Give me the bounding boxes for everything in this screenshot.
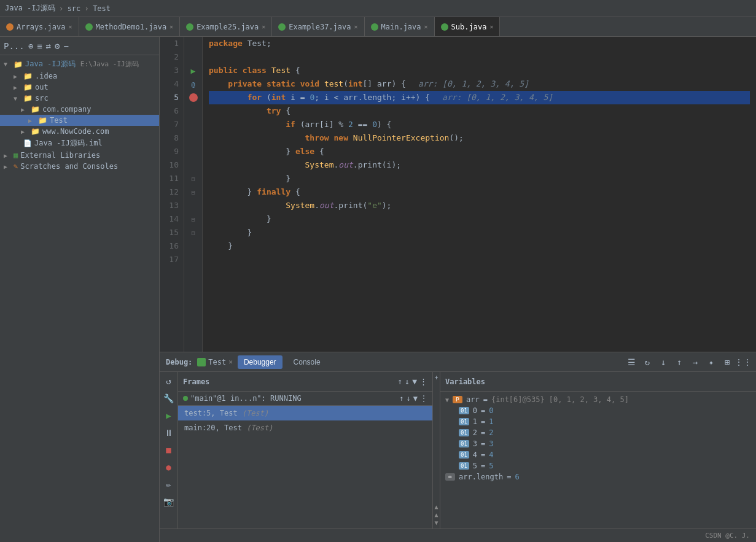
var3-name: 3 — [473, 439, 477, 448]
tab-icon-example25 — [186, 23, 193, 31]
hamburger-icon[interactable]: ☰ — [625, 355, 638, 369]
line-numbers: 1 2 3 4 5 6 7 8 9 10 11 12 13 14 15 16 1 — [160, 37, 184, 352]
fold-11: ⊟ — [191, 176, 195, 182]
tab-bar: Arrays.java ✕ MethodDemo1.java ✕ Example… — [0, 17, 756, 37]
var5-value: 5 — [489, 462, 493, 470]
frame-down-icon[interactable]: ↓ — [405, 377, 410, 386]
folder-icon-out: 📁 — [23, 83, 33, 91]
resume-icon[interactable]: ▶ — [162, 409, 176, 422]
tab-example25[interactable]: Example25.java ✕ — [180, 17, 272, 36]
var2-type-badge: 01 — [459, 429, 469, 436]
step-out-icon[interactable]: ↑ — [672, 355, 686, 369]
tab-example37[interactable]: Example37.java ✕ — [272, 17, 364, 36]
console-tab-btn[interactable]: Console — [287, 355, 327, 369]
gutter-line-6 — [184, 104, 202, 118]
tab-sub[interactable]: Sub.java ✕ — [435, 17, 501, 36]
settings-icon[interactable]: ⚙ — [55, 41, 60, 51]
add-watch-btn[interactable]: + — [434, 374, 438, 381]
run-to-cursor-icon[interactable]: → — [688, 355, 702, 369]
sidebar-item-com-company[interactable]: ▶ 📁 com.company — [0, 104, 159, 115]
tab-close-sub[interactable]: ✕ — [489, 23, 493, 30]
frame-up-icon[interactable]: ↑ — [398, 377, 403, 386]
debug-hint-4: arr: [0, 1, 2, 3, 4, 5] — [418, 77, 529, 91]
tab-arrays-java[interactable]: Arrays.java ✕ — [0, 17, 79, 36]
frame-item-1[interactable]: main:20, Test (Test) — [178, 420, 432, 435]
sidebar-item-iml[interactable]: 📄 Java -IJ源码.iml — [0, 137, 159, 150]
wrench-icon[interactable]: 🔧 — [162, 392, 176, 405]
sidebar-item-ext-libs[interactable]: ▶ ▦ External Libraries — [0, 150, 159, 161]
main-layout: P... ⊕ ≡ ⇄ ⚙ − ▼ 📁 Java -IJ源码 E:\Java -I… — [0, 37, 756, 542]
sidebar-item-src[interactable]: ▼ 📁 src — [0, 93, 159, 104]
code-line-5: for (int i = 0; i < arr.length; i++) {ar… — [209, 91, 750, 104]
edit-icon[interactable]: ✏ — [162, 478, 176, 491]
frames-title: Frames — [183, 377, 209, 386]
sidebar-item-idea[interactable]: ▶ 📁 .idea — [0, 71, 159, 82]
tab-methoddemo1[interactable]: MethodDemo1.java ✕ — [79, 17, 181, 36]
thread-label: "main"@1 in...n": RUNNING — [190, 394, 302, 403]
step-over-icon[interactable]: ↻ — [641, 355, 654, 369]
frame-label-0: test:5, Test (Test) — [184, 409, 268, 417]
screenshot-icon[interactable]: 📷 — [162, 495, 176, 508]
more-icon[interactable]: ⋮⋮ — [736, 355, 750, 369]
step-into-icon[interactable]: ↓ — [657, 355, 670, 369]
var3-type-badge: 01 — [459, 440, 469, 447]
tab-close-main[interactable]: ✕ — [424, 23, 428, 30]
thread-filter-icon[interactable]: ▼ — [413, 394, 418, 403]
sidebar: P... ⊕ ≡ ⇄ ⚙ − ▼ 📁 Java -IJ源码 E:\Java -I… — [0, 37, 160, 542]
tab-close-example37[interactable]: ✕ — [354, 23, 357, 30]
breakpoint-5[interactable] — [189, 93, 198, 102]
debugger-tab-btn[interactable]: Debugger — [238, 355, 283, 369]
tab-main[interactable]: Main.java ✕ — [365, 17, 435, 36]
frames-toolbar: Frames ↑ ↓ ▼ ⋮ — [178, 372, 432, 392]
scroll-mid-btn[interactable]: ▲ — [434, 511, 438, 518]
folder-icon-project: 📁 — [14, 60, 23, 69]
collapse-icon[interactable]: ⇄ — [46, 41, 51, 51]
thread-up-icon[interactable]: ↑ — [399, 394, 403, 403]
variables-list: ▼ P arr = {int[6]@535} [0, 1, 2, 3, 4, 5… — [440, 392, 756, 528]
tab-close-example25[interactable]: ✕ — [262, 23, 265, 30]
sidebar-item-test[interactable]: ▶ 📁 Test — [0, 115, 159, 126]
sidebar-item-nowcode[interactable]: ▶ 📁 www.NowCode.com — [0, 126, 159, 137]
pause-icon[interactable]: ⏸ — [162, 426, 176, 439]
gutter-line-5[interactable] — [184, 91, 202, 104]
stop-icon[interactable]: ■ — [162, 443, 176, 457]
minimize-icon[interactable]: − — [63, 41, 68, 51]
label-ext-libs: External Libraries — [20, 151, 100, 160]
tab-icon-sub — [441, 23, 448, 31]
debug-tab-close[interactable]: ✕ — [228, 358, 233, 366]
frame-item-0[interactable]: test:5, Test (Test) — [178, 406, 432, 420]
var0-eq: = — [481, 406, 485, 415]
variables-panel: Variables ▼ P arr = {int[6]@535} [0, 1, … — [440, 372, 756, 528]
evaluate-icon[interactable]: ✦ — [704, 355, 718, 369]
thread-options-icon[interactable]: ⋮ — [420, 394, 427, 403]
arr-expand-icon[interactable]: ▼ — [445, 397, 449, 403]
sidebar-item-scratches[interactable]: ▶ ✎ Scratches and Consoles — [0, 161, 159, 172]
scroll-up-btn[interactable]: ▲ — [434, 503, 438, 510]
project-path: E:\Java -IJ源码 — [80, 60, 139, 69]
debug-title: Debug: — [166, 358, 192, 366]
scroll-down-btn[interactable]: ▼ — [434, 519, 438, 526]
run-indicator — [183, 396, 188, 401]
tab-icon-methoddemo1 — [85, 23, 93, 31]
editor-content[interactable]: 1 2 3 4 5 6 7 8 9 10 11 12 13 14 15 16 1 — [160, 37, 756, 352]
sidebar-item-out[interactable]: ▶ 📁 out — [0, 82, 159, 93]
code-line-10: System.out.print(i); — [209, 158, 750, 172]
thread-down-icon[interactable]: ↓ — [407, 394, 411, 403]
sync-icon[interactable]: ≡ — [37, 41, 42, 51]
tab-close-arrays[interactable]: ✕ — [68, 23, 72, 30]
table-icon[interactable]: ⊞ — [720, 355, 734, 369]
length-type-badge: ∞ — [445, 473, 455, 481]
frame-filter-icon[interactable]: ▼ — [412, 377, 417, 386]
sep2: › — [84, 4, 89, 13]
restart-icon[interactable]: ↺ — [162, 374, 176, 388]
add-icon[interactable]: ⊕ — [28, 41, 33, 51]
code-line-2 — [209, 50, 750, 64]
tab-close-methoddemo1[interactable]: ✕ — [170, 23, 173, 30]
var-item-5: 01 5 = 5 — [440, 460, 756, 471]
mute-icon[interactable]: ● — [162, 460, 176, 474]
frame-menu-icon[interactable]: ⋮ — [419, 377, 427, 386]
sidebar-item-project[interactable]: ▼ 📁 Java -IJ源码 E:\Java -IJ源码 — [0, 58, 159, 71]
var0-type-badge: 01 — [459, 407, 469, 414]
var-item-arr[interactable]: ▼ P arr = {int[6]@535} [0, 1, 2, 3, 4, 5… — [440, 394, 756, 405]
file-label: Test — [93, 4, 111, 13]
